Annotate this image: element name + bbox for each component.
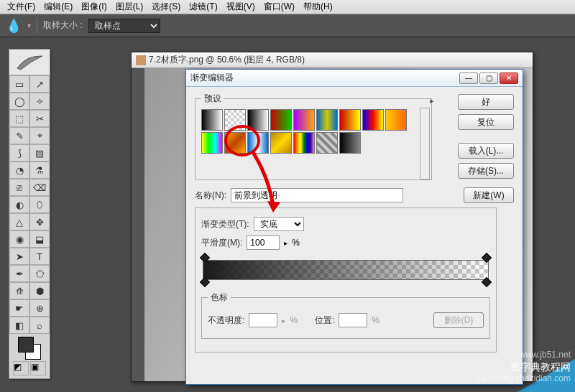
position-unit: % — [372, 315, 380, 325]
tool-27[interactable]: ⊕ — [29, 299, 50, 317]
options-bar: 💧 ▾ 取样大小 : 取样点 — [0, 14, 575, 37]
tool-1[interactable]: ↗ — [29, 75, 50, 93]
tool-15[interactable]: ⬯ — [29, 196, 50, 213]
tool-11[interactable]: ⚗ — [29, 162, 50, 179]
gradient-type-fieldset: 渐变类型(T): 实底 平滑度(M): ▸ % 色标 不透明度: — [195, 207, 497, 353]
preset-swatch-10[interactable] — [224, 132, 246, 154]
save-button[interactable]: 存储(S)... — [458, 163, 514, 179]
gradient-type-label: 渐变类型(T): — [201, 218, 249, 230]
menu-select[interactable]: 选择(S) — [147, 0, 185, 14]
foreground-color[interactable] — [18, 337, 34, 353]
preset-swatch-6[interactable] — [339, 109, 361, 131]
preset-swatch-2[interactable] — [247, 109, 269, 131]
preset-swatch-11[interactable] — [247, 132, 269, 154]
menu-filter[interactable]: 滤镜(T) — [185, 0, 221, 14]
fg-bg-colors[interactable] — [18, 337, 41, 360]
name-input[interactable] — [231, 188, 403, 202]
preset-swatch-9[interactable] — [201, 132, 223, 154]
presets-scrollbar[interactable] — [420, 108, 430, 179]
tool-3[interactable]: ✧ — [29, 93, 50, 110]
preset-swatch-1[interactable] — [224, 109, 246, 131]
reset-button[interactable]: 复位 — [458, 114, 514, 130]
tool-4[interactable]: ⬚ — [9, 110, 29, 127]
menu-layer[interactable]: 图层(L) — [111, 0, 148, 14]
preset-swatch-7[interactable] — [362, 109, 384, 131]
tool-21[interactable]: T — [29, 248, 50, 265]
stops-fieldset: 色标 不透明度: ▸ % 位置: % 删除(D) — [201, 291, 490, 339]
tool-20[interactable]: ➤ — [9, 248, 29, 265]
smoothness-input[interactable] — [247, 235, 280, 250]
tool-29[interactable]: ⌕ — [29, 317, 50, 334]
tool-14[interactable]: ◐ — [9, 196, 29, 213]
tool-17[interactable]: ✥ — [29, 213, 50, 230]
toolbox: ▭↗◯✧⬚✂✎⌖⟆▨◔⚗⎚⌫◐⬯△✥◉⬓➤T✒⬠⟰⬢☛⊕◧⌕ ◩ ▣ — [9, 49, 50, 379]
smoothness-dropdown-icon[interactable]: ▸ — [284, 239, 288, 247]
load-button[interactable]: 载入(L)... — [458, 143, 514, 159]
tool-7[interactable]: ⌖ — [29, 127, 50, 144]
position-input — [339, 313, 367, 327]
tool-2[interactable]: ◯ — [9, 93, 29, 110]
tool-10[interactable]: ◔ — [9, 162, 29, 179]
eyedropper-icon[interactable]: 💧 — [6, 18, 22, 34]
menu-window[interactable]: 窗口(W) — [259, 0, 299, 14]
tool-28[interactable]: ◧ — [9, 317, 29, 334]
preset-swatch-4[interactable] — [293, 109, 315, 131]
tool-23[interactable]: ⬠ — [29, 265, 50, 282]
smoothness-label: 平滑度(M): — [201, 237, 242, 249]
minimize-button[interactable]: — — [459, 73, 478, 84]
stops-label: 色标 — [208, 291, 231, 304]
menu-edit[interactable]: 编辑(E) — [40, 0, 77, 14]
opacity-input — [249, 313, 277, 327]
tool-0[interactable]: ▭ — [9, 75, 29, 93]
tool-16[interactable]: △ — [9, 213, 29, 230]
presets-fieldset: 预设 ▸ — [195, 93, 432, 180]
preset-swatch-8[interactable] — [385, 109, 407, 131]
ok-button[interactable]: 好 — [458, 94, 514, 110]
maximize-button[interactable]: ▢ — [479, 73, 498, 84]
close-button[interactable]: ✕ — [500, 73, 518, 84]
menu-view[interactable]: 视图(V) — [222, 0, 259, 14]
preset-grid — [201, 109, 426, 154]
tool-26[interactable]: ☛ — [9, 299, 29, 317]
tool-24[interactable]: ⟰ — [9, 282, 29, 299]
dialog-titlebar[interactable]: 渐变编辑器 — ▢ ✕ — [186, 70, 523, 87]
color-swatches: ◩ ▣ — [9, 334, 50, 378]
tool-5[interactable]: ✂ — [29, 110, 50, 127]
tool-9[interactable]: ▨ — [29, 144, 50, 162]
separator — [37, 18, 37, 34]
quick-mask-icon[interactable]: ◩ — [13, 361, 29, 375]
menu-image[interactable]: 图像(I) — [77, 0, 111, 14]
annotation-arrow — [247, 149, 290, 214]
opacity-unit: % — [290, 315, 298, 325]
smoothness-unit: % — [292, 238, 300, 248]
tool-25[interactable]: ⬢ — [29, 282, 50, 299]
preset-swatch-15[interactable] — [339, 132, 361, 154]
preset-swatch-3[interactable] — [270, 109, 292, 131]
tool-18[interactable]: ◉ — [9, 230, 29, 248]
menu-help[interactable]: 帮助(H) — [299, 0, 337, 14]
gradient-type-select[interactable]: 实底 — [254, 217, 304, 231]
dialog-title: 渐变编辑器 — [190, 72, 458, 84]
screen-mode-icon[interactable]: ▣ — [30, 361, 46, 375]
preset-swatch-14[interactable] — [316, 132, 338, 154]
preset-swatch-13[interactable] — [293, 132, 315, 154]
menu-file[interactable]: 文件(F) — [3, 0, 40, 14]
tool-12[interactable]: ⎚ — [9, 179, 29, 196]
tool-8[interactable]: ⟆ — [9, 144, 29, 162]
tool-22[interactable]: ✒ — [9, 265, 29, 282]
name-row: 名称(N): 新建(W) — [195, 187, 514, 203]
tool-19[interactable]: ⬓ — [29, 230, 50, 248]
preset-swatch-12[interactable] — [270, 132, 292, 154]
dropdown-icon[interactable]: ▾ — [27, 22, 31, 29]
toolbox-header-icon — [9, 50, 50, 75]
preset-swatch-5[interactable] — [316, 109, 338, 131]
new-button[interactable]: 新建(W) — [464, 187, 514, 203]
presets-label: 预设 — [201, 93, 224, 105]
tool-6[interactable]: ✎ — [9, 127, 29, 144]
tool-13[interactable]: ⌫ — [29, 179, 50, 196]
presets-menu-icon[interactable]: ▸ — [430, 96, 434, 106]
preset-swatch-0[interactable] — [201, 109, 223, 131]
document-tab[interactable]: 7.2材质字.png @ 50.6% (图层 4, RGB/8) — [132, 52, 533, 68]
sample-size-select[interactable]: 取样点 — [88, 19, 160, 33]
gradient-preview-bar[interactable] — [203, 260, 489, 280]
